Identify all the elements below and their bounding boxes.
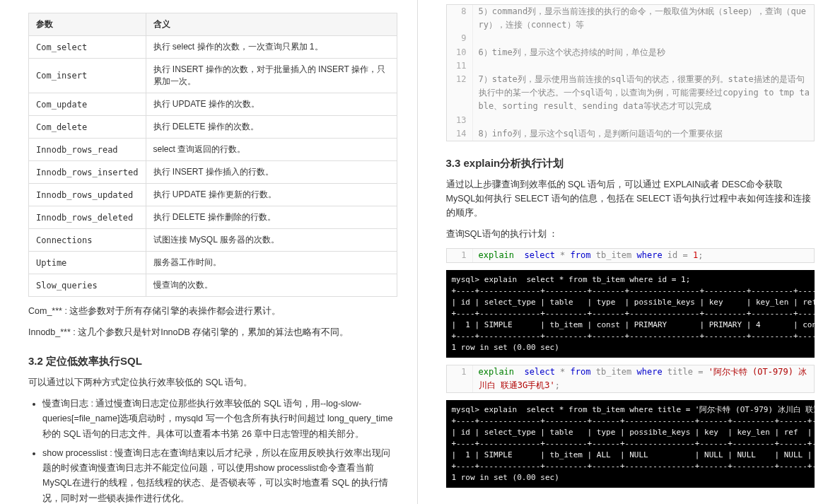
cell-meaning: 执行 INSERT 操作的次数，对于批量插入的 INSERT 操作，只累加一次。 <box>146 59 397 93</box>
cell-meaning: 慢查询的次数。 <box>146 274 397 297</box>
table-row: Innodb_rows_updated执行 UPDATE 操作更新的行数。 <box>29 184 397 206</box>
cell-meaning: 服务器工作时间。 <box>146 252 397 274</box>
cell-meaning: 执行 UPDATE 操作更新的行数。 <box>146 184 397 206</box>
cell-param: Innodb_rows_read <box>29 139 146 161</box>
cell-meaning: 执行 UPDATE 操作的次数。 <box>146 93 397 116</box>
table-row: Innodb_rows_deleted执行 DELETE 操作删除的行数。 <box>29 206 397 229</box>
cell-param: Innodb_rows_deleted <box>29 206 146 229</box>
table-row: Innodb_rows_readselect 查询返回的行数。 <box>29 139 397 161</box>
heading-3-3: 3.3 explain分析执行计划 <box>446 157 815 170</box>
th-meaning: 含义 <box>146 13 397 36</box>
cell-meaning: 执行 select 操作的次数，一次查询只累加 1。 <box>146 36 397 59</box>
methods-list: 慢查询日志 : 通过慢查询日志定位那些执行效率较低的 SQL 语句，用--log… <box>28 397 397 504</box>
table-row: Uptime服务器工作时间。 <box>29 252 397 274</box>
table-row: Com_delete执行 DELETE 操作的次数。 <box>29 116 397 139</box>
table-row: Innodb_rows_inserted执行 INSERT 操作插入的行数。 <box>29 161 397 184</box>
cell-param: Com_insert <box>29 59 146 93</box>
cell-param: Com_select <box>29 36 146 59</box>
table-row: Com_insert执行 INSERT 操作的次数，对于批量插入的 INSERT… <box>29 59 397 93</box>
terminal-explain-2: mysql> explain select * from tb_item whe… <box>446 400 815 488</box>
cell-meaning: 执行 DELETE 操作的次数。 <box>146 116 397 139</box>
note-innodb: Innodb_*** : 这几个参数只是针对InnoDB 存储引擎的，累加的算法… <box>28 325 397 339</box>
cell-param: Innodb_rows_inserted <box>29 161 146 184</box>
left-column: 参数 含义 Com_select执行 select 操作的次数，一次查询只累加 … <box>0 0 417 504</box>
codebox-column-notes-2: 85）command列，显示当前连接的执行的命令，一般取值为休眠（sleep），… <box>446 4 815 141</box>
heading-3-2: 3.2 定位低效率执行SQL <box>28 355 397 368</box>
cell-param: Connections <box>29 229 146 252</box>
cell-param: Innodb_rows_updated <box>29 184 146 206</box>
params-table: 参数 含义 Com_select执行 select 操作的次数，一次查询只累加 … <box>28 13 397 297</box>
sql-explain-2: 1explain select * from tb_item where tit… <box>446 365 815 393</box>
cell-meaning: 执行 DELETE 操作删除的行数。 <box>146 206 397 229</box>
th-param: 参数 <box>29 13 146 36</box>
p-query-plan: 查询SQL语句的执行计划 ： <box>446 227 815 241</box>
list-item: 慢查询日志 : 通过慢查询日志定位那些执行效率较低的 SQL 语句，用--log… <box>42 397 397 442</box>
table-row: Slow_queries慢查询的次数。 <box>29 274 397 297</box>
p-intro-3-3: 通过以上步骤查询到效率低的 SQL 语句后，可以通过 EXPLAIN或者 DES… <box>446 177 815 220</box>
right-column: 85）command列，显示当前连接的执行的命令，一般取值为休眠（sleep），… <box>417 0 841 504</box>
table-row: Com_update执行 UPDATE 操作的次数。 <box>29 93 397 116</box>
cell-param: Slow_queries <box>29 274 146 297</box>
cell-param: Com_delete <box>29 116 146 139</box>
cell-meaning: 执行 INSERT 操作插入的行数。 <box>146 161 397 184</box>
terminal-explain-1: mysql> explain select * from tb_item whe… <box>446 270 815 358</box>
sql-explain-1: 1explain select * from tb_item where id … <box>446 248 815 263</box>
cell-param: Com_update <box>29 93 146 116</box>
table-row: Com_select执行 select 操作的次数，一次查询只累加 1。 <box>29 36 397 59</box>
cell-meaning: select 查询返回的行数。 <box>146 139 397 161</box>
cell-meaning: 试图连接 MySQL 服务器的次数。 <box>146 229 397 252</box>
p-intro-3-2: 可以通过以下两种方式定位执行效率较低的 SQL 语句。 <box>28 375 397 389</box>
list-item: show processlist : 慢查询日志在查询结束以后才纪录，所以在应用… <box>42 446 397 504</box>
table-row: Connections试图连接 MySQL 服务器的次数。 <box>29 229 397 252</box>
page-spread: 参数 含义 Com_select执行 select 操作的次数，一次查询只累加 … <box>0 0 840 504</box>
cell-param: Uptime <box>29 252 146 274</box>
note-com: Com_*** : 这些参数对于所有存储引擎的表操作都会进行累计。 <box>28 304 397 318</box>
